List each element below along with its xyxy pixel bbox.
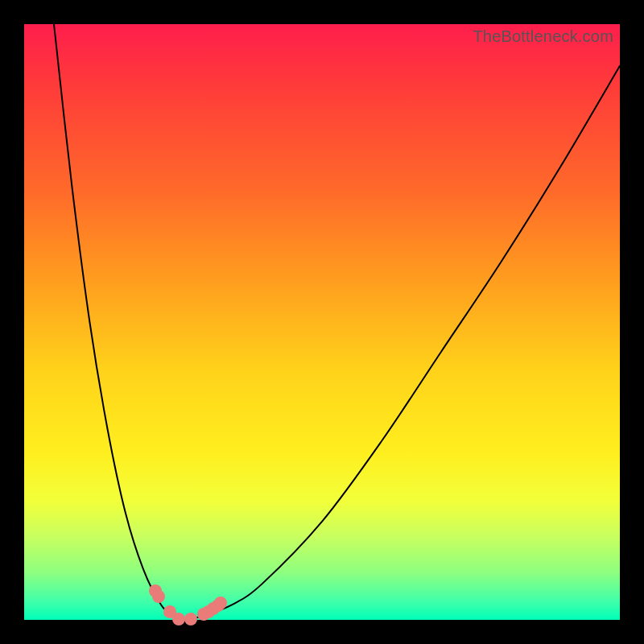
bead-point: [202, 605, 215, 618]
outer-frame: TheBottleneck.com: [0, 0, 644, 644]
bead-point: [172, 613, 185, 625]
plot-area: TheBottleneck.com: [24, 24, 620, 620]
bead-point: [163, 605, 176, 618]
bead-point: [214, 597, 227, 609]
bead-point: [184, 613, 197, 625]
bottleneck-curve: [24, 24, 620, 620]
bead-point: [197, 608, 210, 621]
watermark-text: TheBottleneck.com: [473, 27, 613, 46]
bead-point: [207, 602, 220, 615]
bead-point: [212, 599, 225, 612]
bead-point: [149, 584, 162, 597]
bead-point: [152, 590, 165, 603]
